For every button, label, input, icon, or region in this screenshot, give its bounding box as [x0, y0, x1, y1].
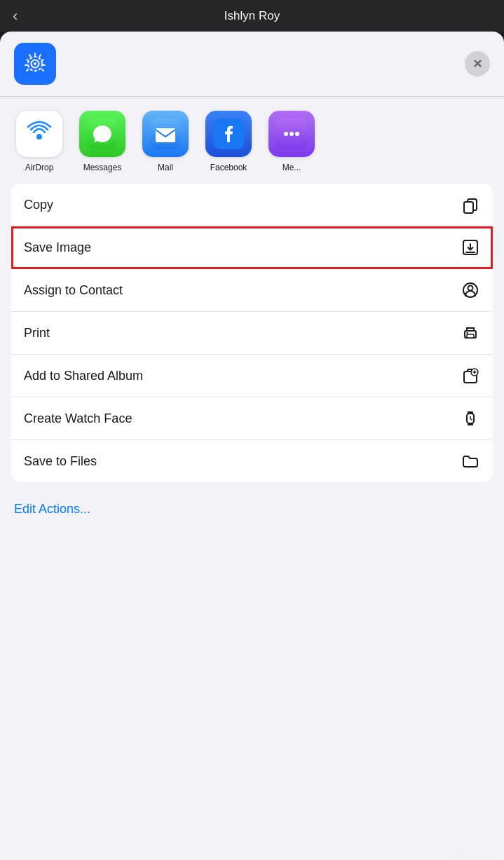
- facebook-icon: [205, 111, 252, 157]
- app-item-messages[interactable]: Messages: [74, 111, 130, 172]
- print-icon: [461, 323, 480, 343]
- share-sheet: ✕ AirDrop: [0, 32, 504, 860]
- action-assign-contact-label: Assign to Contact: [24, 283, 123, 298]
- more-icon: [268, 111, 315, 157]
- facebook-label: Facebook: [210, 163, 247, 172]
- messages-label: Messages: [83, 163, 122, 172]
- svg-point-12: [290, 132, 294, 136]
- mail-label: Mail: [158, 163, 173, 172]
- svg-point-5: [36, 134, 42, 139]
- action-copy-label: Copy: [24, 198, 53, 212]
- svg-rect-15: [464, 202, 473, 213]
- action-copy[interactable]: Copy: [11, 184, 493, 226]
- save-image-icon: [461, 238, 480, 257]
- back-button[interactable]: ‹: [13, 7, 18, 25]
- action-save-image[interactable]: Save Image: [11, 226, 493, 269]
- app-item-mail[interactable]: Mail: [137, 111, 193, 172]
- edit-actions-section: Edit Actions...: [0, 493, 504, 533]
- action-shared-album[interactable]: Add to Shared Album: [11, 355, 493, 397]
- contact-icon: [461, 280, 480, 300]
- svg-point-11: [284, 132, 288, 136]
- action-print-label: Print: [24, 326, 50, 341]
- action-watch-face[interactable]: Create Watch Face: [11, 397, 493, 440]
- action-assign-contact[interactable]: Assign to Contact: [11, 269, 493, 312]
- action-save-image-label: Save Image: [24, 240, 91, 255]
- edit-actions-button[interactable]: Edit Actions...: [14, 502, 90, 517]
- shared-album-icon: [461, 366, 480, 385]
- svg-point-3: [34, 62, 36, 65]
- action-save-files-label: Save to Files: [24, 454, 97, 469]
- app-row: AirDrop Messages: [0, 97, 504, 184]
- svg-point-13: [295, 132, 299, 136]
- folder-icon: [461, 451, 480, 471]
- svg-point-21: [466, 332, 468, 334]
- more-label: Me...: [282, 163, 301, 172]
- copy-icon: [461, 195, 480, 214]
- action-shared-album-label: Add to Shared Album: [24, 369, 143, 383]
- app-item-facebook[interactable]: Facebook: [200, 111, 257, 172]
- svg-rect-8: [156, 128, 175, 142]
- sheet-header: ✕: [0, 43, 504, 96]
- airdrop-icon: [16, 111, 62, 157]
- app-icon: [14, 43, 56, 85]
- close-button[interactable]: ✕: [465, 51, 490, 76]
- app-item-more[interactable]: Me...: [264, 111, 320, 172]
- airdrop-label: AirDrop: [25, 163, 54, 172]
- top-bar-title: Ishlyn Roy: [224, 9, 280, 23]
- messages-icon: [79, 111, 125, 157]
- svg-rect-20: [467, 334, 474, 338]
- action-save-files[interactable]: Save to Files: [11, 440, 493, 482]
- action-print[interactable]: Print: [11, 312, 493, 355]
- app-item-airdrop[interactable]: AirDrop: [11, 111, 67, 172]
- svg-point-18: [468, 286, 473, 291]
- action-watch-face-label: Create Watch Face: [24, 411, 132, 426]
- watch-icon: [461, 409, 480, 428]
- mail-icon: [142, 111, 189, 157]
- top-bar: ‹ Ishlyn Roy: [0, 0, 504, 32]
- action-list: Copy Save Image Assign to Contact: [11, 184, 493, 482]
- watermark: www.deuaq.com: [442, 846, 498, 854]
